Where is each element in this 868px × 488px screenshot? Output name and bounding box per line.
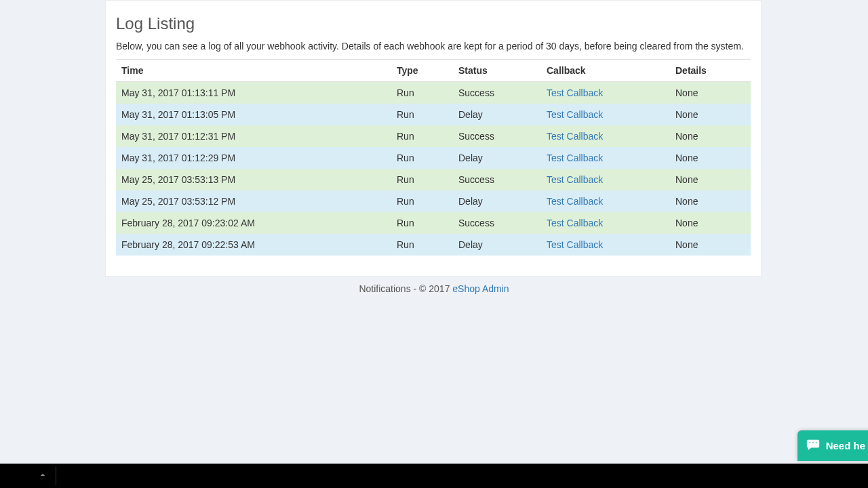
callback-link[interactable]: Test Callback	[547, 196, 603, 207]
cell-details: None	[670, 104, 751, 125]
bottom-bar	[0, 464, 868, 488]
callback-link[interactable]: Test Callback	[547, 239, 603, 250]
table-row: May 25, 2017 03:53:12 PMRunDelayTest Cal…	[116, 190, 751, 212]
cell-status: Success	[453, 212, 541, 234]
cell-time: February 28, 2017 09:22:53 AM	[116, 234, 391, 256]
cell-status: Success	[453, 81, 541, 104]
cell-status: Delay	[453, 147, 541, 169]
cell-time: May 31, 2017 01:13:11 PM	[116, 81, 391, 104]
cell-callback: Test Callback	[541, 104, 670, 125]
page-description: Below, you can see a log of all your web…	[116, 40, 751, 54]
help-widget[interactable]: Need he	[797, 430, 868, 461]
col-callback: Callback	[541, 59, 670, 81]
cell-details: None	[670, 234, 751, 256]
col-details: Details	[670, 59, 751, 81]
cell-time: May 25, 2017 03:53:13 PM	[116, 169, 391, 190]
cell-details: None	[670, 212, 751, 234]
cell-type: Run	[391, 104, 453, 125]
cell-status: Delay	[453, 104, 541, 125]
table-row: February 28, 2017 09:23:02 AMRunSuccessT…	[116, 212, 751, 234]
cell-callback: Test Callback	[541, 169, 670, 190]
callback-link[interactable]: Test Callback	[547, 131, 603, 142]
cell-type: Run	[391, 169, 453, 190]
cell-details: None	[670, 125, 751, 147]
cell-time: February 28, 2017 09:23:02 AM	[116, 212, 391, 234]
callback-link[interactable]: Test Callback	[547, 87, 603, 98]
cell-callback: Test Callback	[541, 125, 670, 147]
cell-callback: Test Callback	[541, 147, 670, 169]
cell-callback: Test Callback	[541, 190, 670, 212]
log-panel: Log Listing Below, you can see a log of …	[105, 0, 762, 277]
cell-type: Run	[391, 81, 453, 104]
cell-time: May 31, 2017 01:13:05 PM	[116, 104, 391, 125]
page-title: Log Listing	[116, 14, 751, 33]
footer-prefix: Notifications - © 2017	[359, 283, 452, 294]
cell-status: Success	[453, 169, 541, 190]
chevron-up-icon	[38, 470, 47, 482]
cell-details: None	[670, 190, 751, 212]
cell-details: None	[670, 147, 751, 169]
callback-link[interactable]: Test Callback	[547, 174, 603, 185]
bar-divider	[56, 466, 56, 485]
col-status: Status	[453, 59, 541, 81]
callback-link[interactable]: Test Callback	[547, 109, 603, 120]
footer-link[interactable]: eShop Admin	[452, 283, 509, 294]
help-label: Need he	[826, 440, 865, 451]
cell-callback: Test Callback	[541, 81, 670, 104]
table-row: May 31, 2017 01:13:11 PMRunSuccessTest C…	[116, 81, 751, 104]
cell-details: None	[670, 169, 751, 190]
col-time: Time	[116, 59, 391, 81]
cell-status: Success	[453, 125, 541, 147]
cell-status: Delay	[453, 234, 541, 256]
cell-details: None	[670, 81, 751, 104]
cell-type: Run	[391, 147, 453, 169]
col-type: Type	[391, 59, 453, 81]
table-row: May 31, 2017 01:12:31 PMRunSuccessTest C…	[116, 125, 751, 147]
cell-type: Run	[391, 212, 453, 234]
cell-type: Run	[391, 190, 453, 212]
log-table: Time Type Status Callback Details May 31…	[116, 59, 751, 256]
table-row: May 31, 2017 01:13:05 PMRunDelayTest Cal…	[116, 104, 751, 125]
callback-link[interactable]: Test Callback	[547, 152, 603, 163]
cell-type: Run	[391, 234, 453, 256]
cell-time: May 25, 2017 03:53:12 PM	[116, 190, 391, 212]
scroll-to-top-button[interactable]	[33, 468, 53, 484]
cell-callback: Test Callback	[541, 234, 670, 256]
cell-time: May 31, 2017 01:12:29 PM	[116, 147, 391, 169]
table-row: May 31, 2017 01:12:29 PMRunDelayTest Cal…	[116, 147, 751, 169]
table-row: May 25, 2017 03:53:13 PMRunSuccessTest C…	[116, 169, 751, 190]
table-row: February 28, 2017 09:22:53 AMRunDelayTes…	[116, 234, 751, 256]
chat-icon	[806, 437, 821, 454]
cell-time: May 31, 2017 01:12:31 PM	[116, 125, 391, 147]
cell-status: Delay	[453, 190, 541, 212]
table-header-row: Time Type Status Callback Details	[116, 59, 751, 81]
footer: Notifications - © 2017 eShop Admin	[0, 283, 868, 294]
cell-type: Run	[391, 125, 453, 147]
cell-callback: Test Callback	[541, 212, 670, 234]
callback-link[interactable]: Test Callback	[547, 218, 603, 228]
